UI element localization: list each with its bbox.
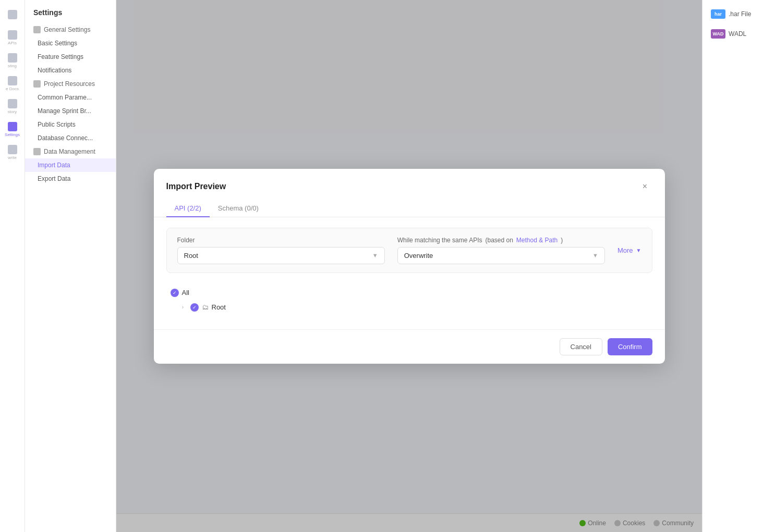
more-button[interactable]: More ▼ bbox=[617, 246, 641, 254]
app-container: APIs sting e Docs story Settings write S… bbox=[0, 0, 775, 532]
har-badge: har bbox=[711, 9, 725, 19]
sidebar-icon-apis[interactable]: APIs bbox=[2, 27, 23, 48]
match-field: While matching the same APIs (based on M… bbox=[397, 237, 605, 264]
tab-api[interactable]: API (2/2) bbox=[166, 200, 210, 217]
match-label-row: While matching the same APIs (based on M… bbox=[397, 237, 605, 244]
folder-value: Root bbox=[184, 252, 198, 259]
sidebar-item-feature-settings[interactable]: Feature Settings bbox=[25, 50, 116, 64]
modal-header: Import Preview × bbox=[154, 169, 665, 194]
sidebar-section-data-management[interactable]: Data Management bbox=[25, 145, 116, 158]
sidebar-section-general[interactable]: General Settings bbox=[25, 23, 116, 36]
modal-overlay[interactable]: Import Preview × API (2/2) Schema (0/0) … bbox=[116, 0, 702, 532]
chevron-down-icon: ▼ bbox=[372, 252, 378, 258]
wadl-label: WADL bbox=[729, 30, 746, 38]
wadl-badge: WAD bbox=[711, 29, 725, 39]
match-value: Overwrite bbox=[404, 252, 433, 259]
modal-import-preview: Import Preview × API (2/2) Schema (0/0) … bbox=[154, 169, 665, 364]
sidebar-title: Settings bbox=[25, 4, 116, 23]
confirm-button[interactable]: Confirm bbox=[608, 338, 652, 355]
chevron-down-icon-2: ▼ bbox=[592, 252, 598, 258]
modal-body: Folder Root ▼ While matching the same AP… bbox=[154, 217, 665, 329]
sidebar-item-export-data[interactable]: Export Data bbox=[25, 172, 116, 185]
folder-select[interactable]: Root ▼ bbox=[177, 247, 385, 264]
sidebar-section-project-resources[interactable]: Project Resources bbox=[25, 77, 116, 91]
sidebar-item-common-params[interactable]: Common Parame... bbox=[25, 91, 116, 104]
sidebar-item-database[interactable]: Database Connec... bbox=[25, 131, 116, 145]
secondary-sidebar: Settings General Settings Basic Settings… bbox=[25, 0, 116, 532]
main-content: Import Preview × API (2/2) Schema (0/0) … bbox=[116, 0, 702, 532]
folder-icon: 🗂 bbox=[202, 303, 209, 311]
chevron-down-icon-3: ▼ bbox=[636, 248, 641, 253]
checkbox-root[interactable]: ✓ bbox=[190, 303, 199, 312]
sidebar-icon-testing[interactable]: sting bbox=[2, 50, 23, 71]
expand-icon[interactable]: › bbox=[179, 303, 187, 312]
match-select[interactable]: Overwrite ▼ bbox=[397, 247, 605, 264]
folder-field: Folder Root ▼ bbox=[177, 237, 385, 264]
match-link-suffix: ) bbox=[561, 237, 563, 244]
database-icon bbox=[33, 148, 41, 155]
tab-schema[interactable]: Schema (0/0) bbox=[210, 200, 267, 217]
sidebar-item-import-data[interactable]: Import Data bbox=[25, 158, 116, 172]
tree-label-all: All bbox=[182, 289, 189, 296]
sidebar-icon-write[interactable]: write bbox=[2, 142, 23, 163]
modal-title: Import Preview bbox=[166, 182, 226, 191]
tree-label-root: Root bbox=[212, 303, 226, 311]
tree-row-root[interactable]: › ✓ 🗂 Root bbox=[166, 300, 652, 315]
modal-close-button[interactable]: × bbox=[638, 179, 652, 194]
tree-row-all[interactable]: ✓ All bbox=[166, 286, 652, 300]
har-label: .har File bbox=[729, 10, 751, 18]
sidebar-item-sprint[interactable]: Manage Sprint Br... bbox=[25, 104, 116, 118]
modal-tabs: API (2/2) Schema (0/0) bbox=[154, 194, 665, 217]
sidebar-icon-history[interactable]: story bbox=[2, 96, 23, 117]
config-row: Folder Root ▼ While matching the same AP… bbox=[166, 228, 652, 273]
sidebar-icon-docs[interactable]: e Docs bbox=[2, 73, 23, 94]
match-based-on: (based on bbox=[485, 237, 513, 244]
modal-footer: Cancel Confirm bbox=[154, 329, 665, 364]
right-panel-item-har[interactable]: har .har File bbox=[707, 6, 771, 22]
sidebar-icon-home[interactable] bbox=[2, 4, 23, 25]
tree-container: ✓ All › ✓ 🗂 Root bbox=[166, 281, 652, 319]
sidebar-item-public-scripts[interactable]: Public Scripts bbox=[25, 118, 116, 131]
right-panel: har .har File WAD WADL bbox=[702, 0, 775, 532]
match-link[interactable]: Method & Path bbox=[516, 237, 558, 244]
match-label: While matching the same APIs bbox=[397, 237, 482, 244]
sidebar-item-basic-settings[interactable]: Basic Settings bbox=[25, 36, 116, 50]
icon-sidebar: APIs sting e Docs story Settings write bbox=[0, 0, 25, 532]
folder-label: Folder bbox=[177, 237, 385, 244]
cancel-button[interactable]: Cancel bbox=[560, 338, 602, 355]
box-icon bbox=[33, 80, 41, 88]
gear-icon bbox=[33, 26, 41, 33]
checkbox-all[interactable]: ✓ bbox=[171, 289, 179, 297]
sidebar-icon-settings[interactable]: Settings bbox=[2, 119, 23, 140]
sidebar-item-notifications[interactable]: Notifications bbox=[25, 64, 116, 77]
right-panel-item-wadl[interactable]: WAD WADL bbox=[707, 26, 771, 42]
